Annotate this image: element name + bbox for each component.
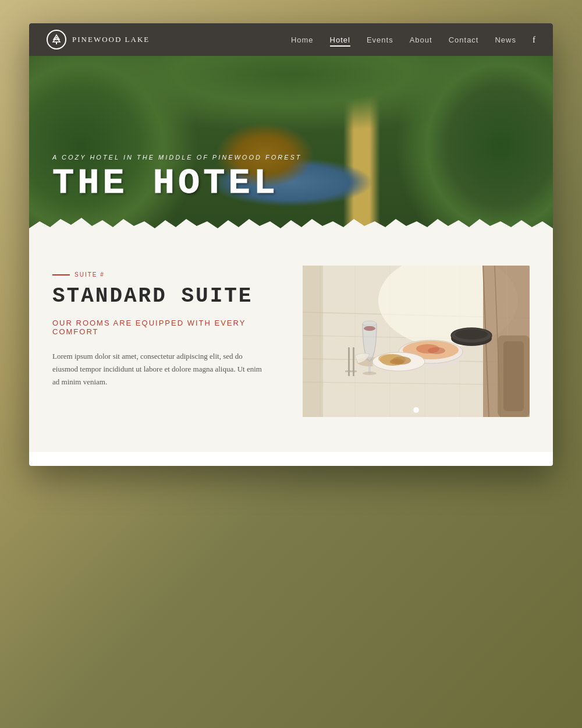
svg-rect-2 [56, 42, 57, 44]
room-image [303, 266, 530, 417]
suite-dash [52, 274, 70, 275]
svg-rect-17 [503, 341, 524, 411]
nav-item-events[interactable]: Events [367, 34, 393, 45]
suite-info: Suite # Standard Suite Our rooms are equ… [52, 266, 279, 388]
suite-tagline: Our rooms are equipped with every comfor… [52, 319, 279, 336]
hero-forest-overlay [29, 56, 553, 236]
svg-point-27 [428, 347, 445, 354]
nav-item-about[interactable]: About [410, 34, 432, 45]
room-image-area [303, 266, 530, 417]
nav-item-home[interactable]: Home [291, 34, 314, 45]
logo-name: Pinewood Lake [72, 35, 150, 44]
browser-frame: Pinewood Lake Home Hotel Events About Co… [29, 23, 553, 466]
logo-area[interactable]: Pinewood Lake [47, 30, 150, 50]
navbar: Pinewood Lake Home Hotel Events About Co… [29, 23, 553, 56]
nav-item-hotel[interactable]: Hotel [330, 34, 350, 45]
svg-rect-40 [303, 266, 323, 417]
svg-point-41 [413, 407, 419, 413]
logo-icon [47, 30, 66, 50]
svg-point-19 [363, 321, 377, 327]
nav-links: Home Hotel Events About Contact News [291, 34, 516, 45]
hero-background [29, 56, 553, 236]
suite-label-line: Suite # [52, 271, 279, 278]
svg-rect-39 [345, 370, 357, 372]
content-section: Suite # Standard Suite Our rooms are equ… [29, 236, 553, 452]
suite-description: Lorem ipsum dolor sit amet, consectetur … [52, 350, 262, 388]
hero-subtitle: A Cozy Hotel in the Middle of Pinewood F… [52, 154, 302, 161]
hero-title: THE HOTEL [52, 165, 302, 202]
svg-point-36 [390, 359, 404, 365]
hero-section: A Cozy Hotel in the Middle of Pinewood F… [29, 56, 553, 236]
food-scene-svg [303, 266, 530, 417]
svg-point-20 [364, 326, 375, 331]
svg-point-22 [363, 372, 377, 375]
hero-text: A Cozy Hotel in the Middle of Pinewood F… [52, 154, 302, 202]
svg-point-30 [455, 329, 488, 340]
nav-item-contact[interactable]: Contact [449, 34, 479, 45]
suite-title: Standard Suite [52, 285, 279, 308]
suite-label: Suite # [74, 271, 105, 278]
nav-item-news[interactable]: News [495, 34, 516, 45]
facebook-icon[interactable]: f [533, 35, 535, 45]
